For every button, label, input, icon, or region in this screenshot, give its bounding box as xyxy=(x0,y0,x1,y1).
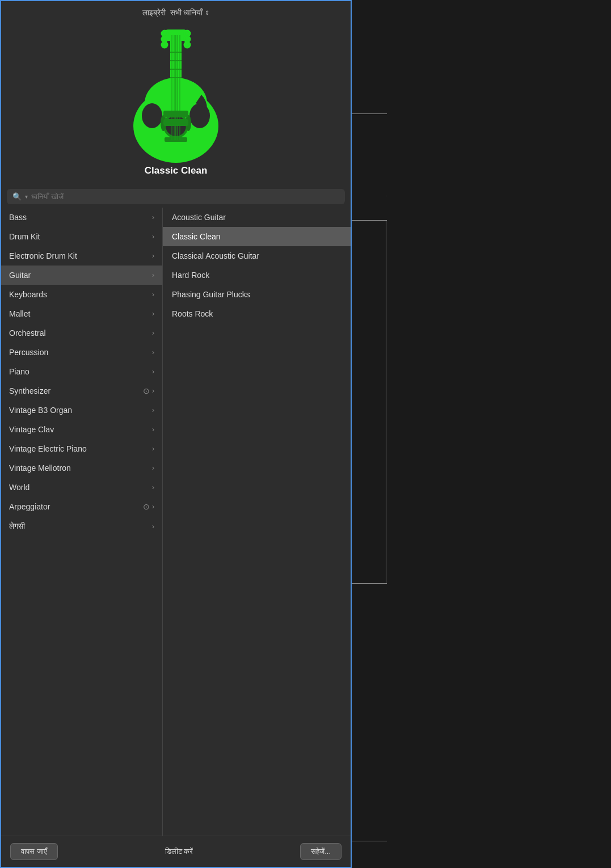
instrument-name: Classic Clean xyxy=(145,165,208,176)
category-item-mallet[interactable]: Mallet › xyxy=(1,304,162,323)
save-button[interactable]: सहेजें... xyxy=(300,843,342,860)
category-label: Piano xyxy=(9,367,30,376)
category-item-piano[interactable]: Piano › xyxy=(1,362,162,381)
preset-item-hard-rock[interactable]: Hard Rock xyxy=(163,266,351,285)
chevron-right-icon: › xyxy=(152,523,154,530)
category-item-vintage-b3-organ[interactable]: Vintage B3 Organ › xyxy=(1,401,162,420)
category-item-world[interactable]: World › xyxy=(1,478,162,497)
sounds-dropdown[interactable]: सभी ध्वनियाँ ⇕ xyxy=(170,8,210,18)
chevron-right-icon: › xyxy=(152,233,154,241)
category-item-vintage-electric-piano[interactable]: Vintage Electric Piano › xyxy=(1,439,162,458)
instrument-image-area: Classic Clean xyxy=(1,21,351,186)
category-item-bass[interactable]: Bass › xyxy=(1,208,162,227)
category-item-orchestral[interactable]: Orchestral › xyxy=(1,323,162,343)
lists-container: Bass › Drum Kit › Electronic Drum Kit › xyxy=(1,208,351,836)
library-label: लाइब्रेरी xyxy=(142,8,166,18)
search-icon: 🔍 xyxy=(12,192,22,201)
search-input[interactable] xyxy=(31,192,339,201)
preset-item-phasing-guitar-plucks[interactable]: Phasing Guitar Plucks xyxy=(163,285,351,304)
dropdown-chevron-icon: ⇕ xyxy=(205,10,209,16)
guitar-image xyxy=(113,27,238,163)
chevron-right-icon: › xyxy=(152,290,154,298)
chevron-right-icon: › xyxy=(152,252,154,260)
header: लाइब्रेरी सभी ध्वनियाँ ⇕ xyxy=(1,1,351,21)
category-item-percussion[interactable]: Percussion › xyxy=(1,343,162,362)
annotation-line-footer xyxy=(352,841,387,841)
preset-item-classical-acoustic-guitar[interactable]: Classical Acoustic Guitar xyxy=(163,246,351,266)
category-list: Bass › Drum Kit › Electronic Drum Kit › xyxy=(1,208,163,836)
category-item-vintage-clav[interactable]: Vintage Clav › xyxy=(1,420,162,439)
category-label: Electronic Drum Kit xyxy=(9,251,77,260)
preset-item-acoustic-guitar[interactable]: Acoustic Guitar xyxy=(163,208,351,227)
library-panel: लाइब्रेरी सभी ध्वनियाँ ⇕ xyxy=(0,0,352,868)
category-item-keyboards[interactable]: Keyboards › xyxy=(1,285,162,304)
category-label: Guitar xyxy=(9,271,31,280)
chevron-right-icon: › xyxy=(152,348,154,356)
annotation-bracket-top-h xyxy=(352,220,387,221)
category-item-synthesizer[interactable]: Synthesizer ⊙ › xyxy=(1,381,162,401)
annotation-bracket-top xyxy=(386,196,386,196)
chevron-right-icon: › xyxy=(152,368,154,376)
category-label: Vintage B3 Organ xyxy=(9,406,72,415)
sounds-dropdown-label: सभी ध्वनियाँ xyxy=(170,8,203,18)
category-item-guitar[interactable]: Guitar › xyxy=(1,266,162,285)
chevron-right-icon: › xyxy=(152,406,154,414)
right-panel xyxy=(352,0,611,868)
category-label: Vintage Electric Piano xyxy=(9,444,87,453)
category-item-legacy[interactable]: लेगसी › xyxy=(1,516,162,536)
chevron-right-icon: › xyxy=(152,213,154,221)
category-label: World xyxy=(9,483,30,492)
category-label: Orchestral xyxy=(9,328,46,338)
category-label: Vintage Clav xyxy=(9,425,54,434)
download-icon: ⊙ xyxy=(143,386,150,395)
preset-list: Acoustic GuitarClassic CleanClassical Ac… xyxy=(163,208,351,836)
category-item-vintage-mellotron[interactable]: Vintage Mellotron › xyxy=(1,458,162,478)
svg-rect-27 xyxy=(163,111,188,117)
category-label: Keyboards xyxy=(9,290,47,299)
category-label: Drum Kit xyxy=(9,232,40,241)
search-input-wrap[interactable]: 🔍 ▾ xyxy=(7,189,345,204)
category-item-drum-kit[interactable]: Drum Kit › xyxy=(1,227,162,246)
preset-item-roots-rock[interactable]: Roots Rock xyxy=(163,304,351,323)
search-filter-chevron-icon[interactable]: ▾ xyxy=(25,193,28,200)
chevron-right-icon: › xyxy=(152,271,154,279)
category-label: Arpeggiator xyxy=(9,502,50,511)
svg-point-15 xyxy=(142,103,162,128)
chevron-right-icon: › xyxy=(152,310,154,318)
category-item-arpeggiator[interactable]: Arpeggiator ⊙ › xyxy=(1,497,162,516)
annotation-bracket-side xyxy=(386,220,386,583)
annotation-bracket-bottom-h xyxy=(352,583,387,584)
chevron-right-icon: › xyxy=(152,445,154,453)
category-label: Mallet xyxy=(9,309,30,318)
category-label: Vintage Mellotron xyxy=(9,464,71,473)
chevron-right-icon: › xyxy=(152,425,154,433)
annotation-line-1 xyxy=(352,113,387,114)
category-item-electronic-drum-kit[interactable]: Electronic Drum Kit › xyxy=(1,246,162,266)
category-label: लेगसी xyxy=(9,521,25,531)
category-label: Synthesizer xyxy=(9,386,50,395)
category-label: Percussion xyxy=(9,348,48,357)
chevron-right-icon: › xyxy=(152,503,154,511)
search-bar: 🔍 ▾ xyxy=(1,186,351,208)
preset-item-classic-clean[interactable]: Classic Clean xyxy=(163,227,351,246)
chevron-right-icon: › xyxy=(152,387,154,395)
delete-button[interactable]: डिलीट करें xyxy=(165,847,193,856)
svg-rect-28 xyxy=(163,119,188,126)
svg-point-7 xyxy=(184,42,190,48)
category-label: Bass xyxy=(9,213,27,222)
chevron-right-icon: › xyxy=(152,483,154,491)
chevron-right-icon: › xyxy=(152,329,154,337)
footer: वापस जाएँ डिलीट करें सहेजें... xyxy=(1,836,351,867)
svg-point-6 xyxy=(162,42,167,48)
back-button[interactable]: वापस जाएँ xyxy=(10,843,58,860)
chevron-right-icon: › xyxy=(152,464,154,472)
download-icon: ⊙ xyxy=(143,502,150,511)
